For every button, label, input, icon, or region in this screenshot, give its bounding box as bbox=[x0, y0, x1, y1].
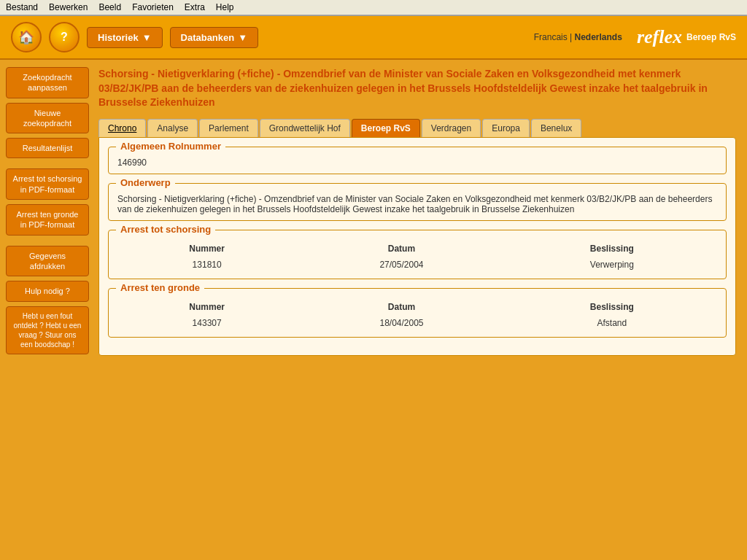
table-row: 131810 27/05/2004 Verwerping bbox=[117, 257, 717, 273]
sidebar-arrest-gronde-pdf[interactable]: Arrest ten gronde in PDF-formaat bbox=[6, 204, 89, 236]
onderwerp-legend: Onderwerp bbox=[116, 177, 175, 188]
menu-extra[interactable]: Extra bbox=[185, 2, 205, 12]
sidebar-section-pdf: Arrest tot schorsing in PDF-formaat bbox=[6, 168, 89, 200]
col-header-beslissing2: Beslissing bbox=[507, 299, 717, 315]
col-header-beslissing: Beslissing bbox=[507, 241, 717, 257]
home-icon: 🏠 bbox=[18, 29, 34, 45]
rolnummer-value: 146990 bbox=[117, 158, 717, 168]
table-row: 143307 18/04/2005 Afstand bbox=[117, 315, 717, 331]
sidebar-nieuwe-zoekopdracht[interactable]: Nieuwe zoekopdracht bbox=[6, 103, 89, 134]
logo-area: reflex Beroep RvS bbox=[637, 26, 736, 48]
home-button[interactable]: 🏠 bbox=[11, 22, 42, 52]
historiek-button[interactable]: Historiek ▼ bbox=[87, 27, 163, 48]
arrest-schorsing-content: Nummer Datum Beslissing 131810 27/05/200… bbox=[117, 241, 717, 273]
sidebar-resultatenlijst[interactable]: Resultatenlijst bbox=[6, 138, 89, 158]
panel-onderwerp: Onderwerp Schorsing - Nietigverklaring (… bbox=[108, 183, 727, 221]
arrest-schorsing-legend: Arrest tot schorsing bbox=[116, 224, 215, 235]
browser-menubar: Bestand Bewerken Beeld Favorieten Extra … bbox=[0, 0, 747, 15]
logo-reflex: reflex bbox=[637, 26, 682, 48]
tab-europa[interactable]: Europa bbox=[482, 119, 530, 137]
cell-datum: 27/05/2004 bbox=[296, 257, 506, 273]
tab-beroep-rvs[interactable]: Beroep RvS bbox=[352, 119, 420, 137]
lang-nederlands[interactable]: Nederlands bbox=[575, 32, 622, 42]
cell-beslissing: Verwerping bbox=[507, 257, 717, 273]
menu-bestand[interactable]: Bestand bbox=[6, 2, 38, 12]
menu-help[interactable]: Help bbox=[216, 2, 234, 12]
page-title: Schorsing - Nietigverklaring (+fiche) - … bbox=[98, 67, 736, 110]
language-selector: Francais | Nederlands bbox=[534, 32, 622, 42]
panel-arrest-schorsing: Arrest tot schorsing Nummer Datum Beslis… bbox=[108, 230, 727, 279]
col-header-datum2: Datum bbox=[296, 299, 506, 315]
tab-analyse[interactable]: Analyse bbox=[147, 119, 198, 137]
rolnummer-legend: Algemeen Rolnummer bbox=[116, 141, 225, 152]
app-header: 🏠 ? Historiek ▼ Databanken ▼ Francais | … bbox=[0, 16, 747, 60]
sidebar-gegevens-afdrukken[interactable]: Gegevens afdrukken bbox=[6, 246, 89, 277]
arrest-gronde-legend: Arrest ten gronde bbox=[116, 282, 204, 293]
cell-beslissing2: Afstand bbox=[507, 315, 717, 331]
col-header-nummer2: Nummer bbox=[117, 299, 296, 315]
onderwerp-content: Schorsing - Nietigverklaring (+fiche) - … bbox=[117, 194, 717, 214]
tab-parlement[interactable]: Parlement bbox=[199, 119, 258, 137]
onderwerp-value: Schorsing - Nietigverklaring (+fiche) - … bbox=[117, 194, 717, 214]
cell-nummer2: 143307 bbox=[117, 315, 296, 331]
sidebar-contact-button[interactable]: Hebt u een fout ontdekt ? Hebt u een vra… bbox=[6, 306, 89, 354]
rolnummer-content: 146990 bbox=[117, 158, 717, 168]
tab-bar: Chrono Analyse Parlement Grondwettelijk … bbox=[98, 119, 736, 137]
menu-bewerken[interactable]: Bewerken bbox=[49, 2, 88, 12]
databanken-button[interactable]: Databanken ▼ bbox=[170, 27, 259, 48]
tab-benelux[interactable]: Benelux bbox=[531, 119, 581, 137]
sidebar-hulp-nodig[interactable]: Hulp nodig ? bbox=[6, 281, 89, 301]
menu-favorieten[interactable]: Favorieten bbox=[132, 2, 174, 12]
col-header-nummer: Nummer bbox=[117, 241, 296, 257]
sidebar-arrest-schorsing-pdf[interactable]: Arrest tot schorsing in PDF-formaat bbox=[6, 168, 89, 200]
cell-datum2: 18/04/2005 bbox=[296, 315, 506, 331]
arrest-gronde-content: Nummer Datum Beslissing 143307 18/04/200… bbox=[117, 299, 717, 331]
tab-content: Algemeen Rolnummer 146990 Onderwerp Scho… bbox=[98, 137, 736, 356]
content-area: Schorsing - Nietigverklaring (+fiche) - … bbox=[95, 60, 747, 531]
panel-arrest-gronde: Arrest ten gronde Nummer Datum Beslissin… bbox=[108, 288, 727, 338]
lang-and-logo: Francais | Nederlands reflex Beroep RvS bbox=[534, 26, 736, 48]
main-layout: Zoekopdracht aanpassen Nieuwe zoekopdrac… bbox=[0, 60, 747, 531]
tab-verdragen[interactable]: Verdragen bbox=[422, 119, 481, 137]
sidebar: Zoekopdracht aanpassen Nieuwe zoekopdrac… bbox=[0, 60, 95, 531]
arrest-gronde-table: Nummer Datum Beslissing 143307 18/04/200… bbox=[117, 299, 717, 331]
help-icon: ? bbox=[61, 31, 68, 44]
tab-chrono[interactable]: Chrono bbox=[98, 119, 146, 137]
cell-nummer: 131810 bbox=[117, 257, 296, 273]
dropdown-arrow-icon: ▼ bbox=[142, 32, 152, 43]
sidebar-zoekopdracht-aanpassen[interactable]: Zoekopdracht aanpassen bbox=[6, 67, 89, 98]
header-left: 🏠 ? Historiek ▼ Databanken ▼ bbox=[11, 22, 258, 52]
sidebar-section-extra: Gegevens afdrukken Hulp nodig ? Hebt u e… bbox=[6, 246, 89, 354]
browser-chrome: Bestand Bewerken Beeld Favorieten Extra … bbox=[0, 0, 747, 16]
panel-rolnummer: Algemeen Rolnummer 146990 bbox=[108, 147, 727, 174]
lang-francais[interactable]: Francais bbox=[534, 32, 568, 42]
dropdown-arrow-icon: ▼ bbox=[238, 32, 247, 43]
tab-grondwettelijk-hof[interactable]: Grondwettelijk Hof bbox=[260, 119, 350, 137]
help-button[interactable]: ? bbox=[49, 22, 80, 52]
col-header-datum: Datum bbox=[296, 241, 506, 257]
arrest-schorsing-table: Nummer Datum Beslissing 131810 27/05/200… bbox=[117, 241, 717, 273]
logo-subtitle: Beroep RvS bbox=[686, 32, 736, 42]
menu-beeld[interactable]: Beeld bbox=[98, 2, 121, 12]
